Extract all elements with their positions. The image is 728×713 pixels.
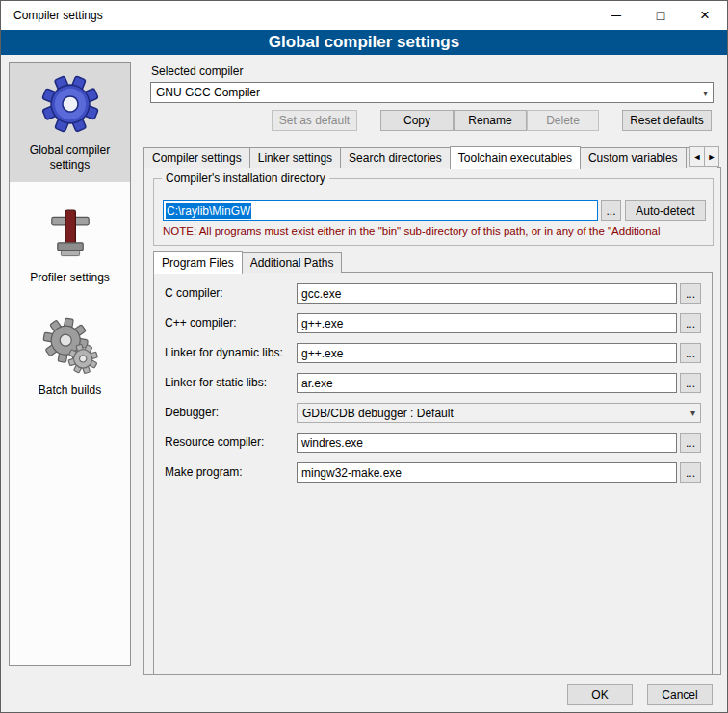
field-row-c-compiler: C compiler: ... [154,283,712,304]
window-title: Compiler settings [1,9,103,22]
linker-static-input[interactable] [297,373,677,393]
cpp-compiler-browse-button[interactable]: ... [680,313,701,333]
settings-category-list: Global compiler settings Profiler settin… [9,62,131,666]
minimize-icon[interactable]: ─ [594,1,638,30]
sidebar-item-global-compiler-settings[interactable]: Global compiler settings [10,63,130,182]
tab-search-directories[interactable]: Search directories [340,147,451,168]
field-label: Resource compiler: [165,436,264,449]
rename-button[interactable]: Rename [454,110,527,131]
linker-dynamic-browse-button[interactable]: ... [680,343,701,363]
delete-button[interactable]: Delete [527,110,599,131]
gray-gears-icon [41,316,99,374]
titlebar: Compiler settings ─ □ × [1,1,727,30]
selected-compiler-label: Selected compiler [151,65,243,78]
field-row-debugger: Debugger: GDB/CDB debugger : Default ▾ [154,403,712,424]
field-label: Linker for dynamic libs: [165,346,283,359]
chevron-down-icon: ▾ [690,408,695,418]
tab-additional-paths[interactable]: Additional Paths [242,252,343,273]
page-title: Global compiler settings [1,30,727,55]
sidebar-item-profiler-settings[interactable]: Profiler settings [10,192,130,295]
note-text: NOTE: All programs must exist either in … [163,225,708,237]
make-program-input[interactable] [297,462,677,483]
reset-defaults-button[interactable]: Reset defaults [622,110,712,131]
c-compiler-browse-button[interactable]: ... [680,283,701,304]
installation-directory-input[interactable]: C:\raylib\MinGW [163,200,598,221]
field-label: Debugger: [165,406,219,419]
window-controls: ─ □ × [594,1,727,30]
program-files-tabstrip: Program Files Additional Paths [153,251,341,273]
chevron-down-icon: ▾ [703,88,708,98]
compiler-select-value: GNU GCC Compiler [156,86,260,99]
settings-tabstrip: Compiler settings Linker settings Search… [143,145,717,168]
field-label: Linker for static libs: [165,376,267,389]
debugger-select[interactable]: GDB/CDB debugger : Default ▾ [297,403,701,423]
sidebar-item-batch-builds[interactable]: Batch builds [10,304,130,408]
cpp-compiler-input[interactable] [297,313,677,333]
field-label: C compiler: [165,286,223,300]
tab-program-files[interactable]: Program Files [153,251,243,274]
installation-directory-value: C:\raylib\MinGW [166,203,251,219]
auto-detect-button[interactable]: Auto-detect [625,200,706,221]
field-row-resource-compiler: Resource compiler: ... [154,433,712,454]
close-icon[interactable]: × [683,1,727,30]
cancel-button[interactable]: Cancel [647,684,713,705]
compiler-settings-dialog: Compiler settings ─ □ × Global compiler … [0,0,728,713]
resource-compiler-input[interactable] [297,433,677,453]
sidebar-item-label: Profiler settings [30,271,110,285]
sidebar-item-label: Global compiler settings [13,144,126,172]
program-files-panel: C compiler: ... C++ compiler: ... Linker… [153,272,713,675]
copy-button[interactable]: Copy [380,110,454,131]
tab-compiler-settings[interactable]: Compiler settings [143,147,250,168]
field-row-make-program: Make program: ... [154,462,712,484]
debugger-select-value: GDB/CDB debugger : Default [302,407,454,420]
make-program-browse-button[interactable]: ... [680,462,701,483]
field-label: Make program: [165,465,243,479]
c-compiler-input[interactable] [297,283,677,304]
installation-directory-browse-button[interactable]: ... [601,200,621,221]
ok-button[interactable]: OK [567,684,633,705]
blue-gear-icon [40,74,100,134]
installation-directory-group: Compiler's installation directory C:\ray… [153,178,714,246]
tab-toolchain-executables[interactable]: Toolchain executables [450,146,581,169]
tab-custom-variables[interactable]: Custom variables [580,147,687,168]
tab-scroll-arrows: ◄ ► [690,146,719,167]
tab-scroll-left-icon[interactable]: ◄ [689,146,705,167]
resource-compiler-browse-button[interactable]: ... [680,433,701,453]
set-as-default-button[interactable]: Set as default [272,110,357,131]
installation-directory-group-title: Compiler's installation directory [162,172,329,185]
tab-linker-settings[interactable]: Linker settings [249,147,341,168]
maximize-icon[interactable]: □ [638,1,683,30]
linker-dynamic-input[interactable] [297,343,677,363]
tab-scroll-right-icon[interactable]: ► [704,146,719,167]
linker-static-browse-button[interactable]: ... [680,373,701,393]
field-label: C++ compiler: [165,316,237,330]
sidebar-item-label: Batch builds [39,383,101,398]
field-row-linker-static: Linker for static libs: ... [154,373,712,394]
profiler-tool-icon [41,203,99,261]
toolchain-executables-page: Compiler's installation directory C:\ray… [143,167,721,675]
compiler-select[interactable]: GNU GCC Compiler ▾ [150,82,714,103]
field-row-linker-dynamic: Linker for dynamic libs: ... [154,343,712,364]
field-row-cpp-compiler: C++ compiler: ... [154,313,712,334]
